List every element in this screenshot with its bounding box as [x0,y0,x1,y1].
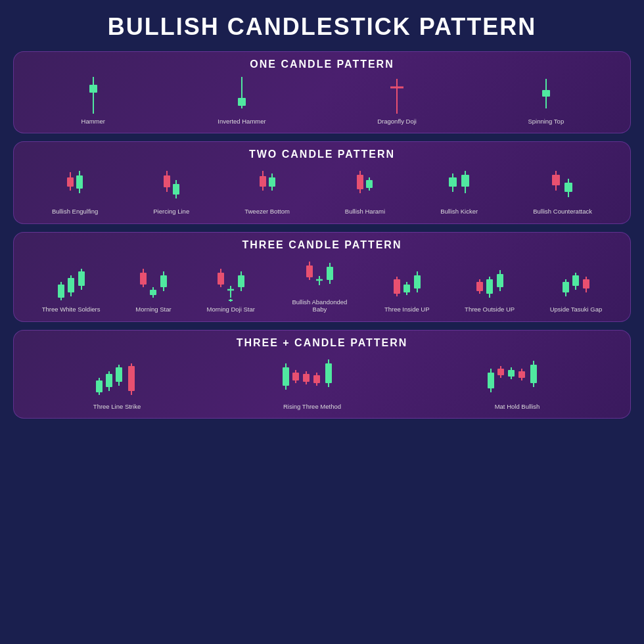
section-two-candle: TWO CANDLE PATTERN Bullish Engulfing [13,141,631,223]
pattern-morning-doji-star: Morning Doji Star [206,264,254,313]
svg-rect-99 [486,279,493,294]
section-two-candle-title: TWO CANDLE PATTERN [24,149,620,160]
svg-rect-10 [542,90,550,97]
pattern-bullish-kicker: Bullish Kicker [440,166,478,215]
svg-rect-132 [303,374,310,382]
svg-rect-135 [313,375,320,383]
svg-rect-84 [327,267,333,280]
label-tweezer-bottom: Tweezer Bottom [244,208,290,215]
label-inverted-hammer: Inverted Hammer [218,118,265,125]
svg-rect-28 [269,177,275,187]
svg-rect-40 [461,175,469,187]
svg-rect-52 [68,278,74,292]
svg-rect-111 [583,279,589,288]
pattern-rising-three-method: Rising Three Method [276,354,348,410]
label-bullish-harami: Bullish Harami [345,208,385,215]
label-three-outside-up: Three Outside UP [465,306,515,313]
svg-rect-93 [414,275,421,288]
svg-rect-19 [164,175,170,187]
svg-rect-87 [394,279,400,294]
svg-rect-123 [128,366,135,391]
svg-rect-78 [306,265,313,277]
svg-rect-34 [366,180,373,188]
label-spinning-top: Spinning Top [528,118,564,125]
svg-rect-147 [508,370,515,377]
svg-rect-37 [449,177,457,187]
pattern-spinning-top: Spinning Top [528,76,564,125]
pattern-inverted-hammer: Inverted Hammer [218,76,265,125]
pattern-hammer: Hammer [80,76,106,125]
pattern-bullish-engulfing: Bullish Engulfing [52,166,98,215]
svg-rect-49 [58,285,64,298]
label-upside-tasuki-gap: Upside Tasuki Gap [550,306,603,313]
svg-rect-90 [403,285,410,292]
label-bullish-abandonded-baby: Bullish Abandonded Baby [290,298,349,313]
svg-rect-55 [78,271,85,286]
svg-rect-16 [76,175,83,189]
label-piercing-line: Piercing Line [153,208,189,215]
svg-rect-31 [357,175,363,189]
svg-rect-22 [173,184,179,195]
section-three-plus-candle-title: THREE + CANDLE PATTERN [24,337,620,349]
pattern-dragonfly-doji: Dragonfly Doji [377,76,417,125]
svg-rect-150 [518,371,525,378]
svg-rect-117 [106,374,112,387]
label-three-white-soldiers: Three White Soldiers [42,306,101,313]
svg-rect-67 [218,273,224,285]
svg-rect-114 [96,380,103,392]
label-three-line-strike: Three Line Strike [93,403,141,410]
section-three-candle: THREE CANDLE PATTERN Three White Soldier… [13,232,631,322]
svg-rect-141 [488,373,494,388]
label-rising-three-method: Rising Three Method [283,403,341,410]
section-three-candle-title: THREE CANDLE PATTERN [24,239,620,251]
svg-rect-43 [552,175,560,185]
svg-rect-102 [497,274,503,287]
svg-rect-129 [292,373,299,380]
pattern-three-white-soldiers: Three White Soldiers [42,264,101,313]
section-one-candle: ONE CANDLE PATTERN Hammer Inverted Hamme… [13,51,631,133]
svg-rect-61 [150,290,156,295]
svg-rect-1 [89,85,97,93]
svg-rect-105 [563,282,569,292]
pattern-mat-hold-bullish: Mat Hold Bullish [481,354,553,410]
svg-rect-126 [283,367,289,386]
label-bullish-engulfing: Bullish Engulfing [52,208,98,215]
svg-rect-25 [260,176,266,187]
label-hammer: Hammer [81,118,105,125]
svg-rect-64 [160,275,167,287]
svg-rect-153 [530,365,537,383]
label-three-inside-up: Three Inside UP [384,306,430,313]
section-one-candle-title: ONE CANDLE PATTERN [24,58,620,70]
label-dragonfly-doji: Dragonfly Doji [377,118,417,125]
svg-rect-138 [325,363,332,383]
pattern-tweezer-bottom: Tweezer Bottom [244,166,290,215]
pattern-bullish-harami: Bullish Harami [345,166,385,215]
svg-rect-58 [140,273,147,285]
section-three-plus-candle: THREE + CANDLE PATTERN Three Line Strike [13,330,631,419]
label-bullish-kicker: Bullish Kicker [440,208,478,215]
svg-rect-75 [238,275,244,287]
main-title: BULLISH CANDLESTICK PATTERN [108,13,537,41]
svg-rect-4 [238,98,246,106]
svg-rect-144 [497,369,504,375]
svg-rect-46 [564,183,572,192]
label-bullish-counterattack: Bullish Counterattack [533,208,592,215]
pattern-morning-star: Morning Star [135,264,172,313]
pattern-upside-tasuki-gap: Upside Tasuki Gap [550,264,603,313]
svg-rect-108 [572,275,579,286]
svg-rect-120 [116,367,122,382]
pattern-piercing-line: Piercing Line [153,166,189,215]
label-mat-hold-bullish: Mat Hold Bullish [495,403,540,410]
svg-rect-13 [67,177,74,187]
pattern-bullish-abandonded-baby: Bullish Abandonded Baby [290,256,349,313]
pattern-three-outside-up: Three Outside UP [465,264,515,313]
pattern-three-inside-up: Three Inside UP [384,264,430,313]
pattern-bullish-counterattack: Bullish Counterattack [533,166,592,215]
label-morning-doji-star: Morning Doji Star [206,306,254,313]
label-morning-star: Morning Star [135,306,171,313]
pattern-three-line-strike: Three Line Strike [91,354,143,410]
svg-rect-96 [476,282,483,291]
